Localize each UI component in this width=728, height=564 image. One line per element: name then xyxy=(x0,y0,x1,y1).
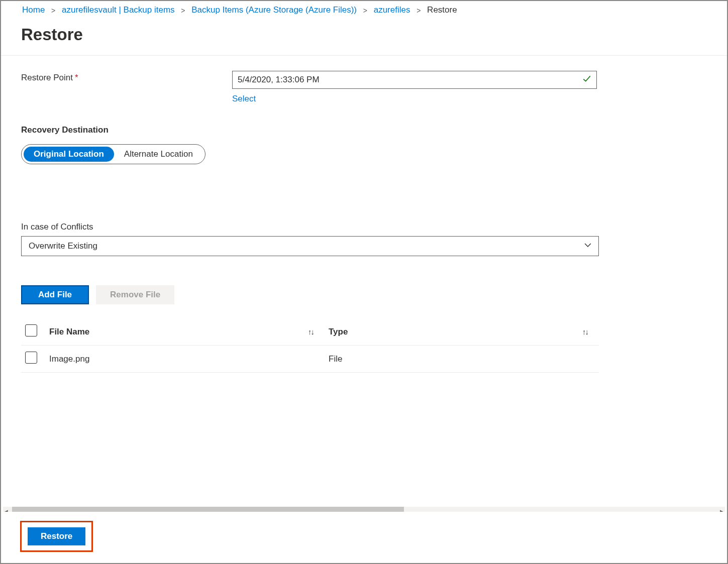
page-title: Restore xyxy=(21,25,707,44)
table-row: Image.png File xyxy=(21,346,599,373)
sort-icon: ↑↓ xyxy=(582,327,588,336)
conflicts-value: Overwrite Existing xyxy=(29,241,97,251)
select-all-checkbox[interactable] xyxy=(25,324,37,336)
row-checkbox-cell xyxy=(25,352,49,366)
page-title-bar: Restore xyxy=(1,19,727,56)
header-type-label: Type xyxy=(329,327,348,337)
row-checkbox[interactable] xyxy=(25,352,37,364)
breadcrumb-backup-items[interactable]: Backup Items (Azure Storage (Azure Files… xyxy=(191,5,357,15)
add-file-button[interactable]: Add File xyxy=(21,285,89,304)
chevron-right-icon: > xyxy=(363,7,367,15)
select-restore-point-link[interactable]: Select xyxy=(232,94,256,104)
breadcrumb-current: Restore xyxy=(427,5,457,15)
pill-original-location[interactable]: Original Location xyxy=(24,147,114,162)
row-filename: Image.png xyxy=(49,354,329,364)
recovery-destination-heading: Recovery Destination xyxy=(21,125,707,135)
header-filename[interactable]: File Name ↑↓ xyxy=(49,327,329,337)
restore-button[interactable]: Restore xyxy=(28,527,85,545)
files-table: File Name ↑↓ Type ↑↓ Image.png File xyxy=(21,318,599,373)
conflicts-label: In case of Conflicts xyxy=(21,222,707,232)
row-type: File xyxy=(329,354,595,364)
recovery-destination-toggle: Original Location Alternate Location xyxy=(21,144,205,164)
required-asterisk: * xyxy=(75,73,78,82)
header-filename-label: File Name xyxy=(49,327,89,337)
breadcrumb-vault[interactable]: azurefilesvault | Backup items xyxy=(62,5,175,15)
restore-point-label-text: Restore Point xyxy=(21,73,73,82)
restore-point-label: Restore Point* xyxy=(21,71,232,83)
row-type-text: File xyxy=(329,354,342,364)
table-header: File Name ↑↓ Type ↑↓ xyxy=(21,318,599,346)
restore-highlight-box: Restore xyxy=(20,521,93,552)
chevron-right-icon: > xyxy=(417,7,421,15)
restore-point-value: 5/4/2020, 1:33:06 PM xyxy=(238,75,320,85)
breadcrumb: Home > azurefilesvault | Backup items > … xyxy=(1,1,727,19)
header-checkbox-cell xyxy=(25,324,49,339)
row-filename-text: Image.png xyxy=(49,354,89,364)
remove-file-button: Remove File xyxy=(96,285,174,304)
chevron-right-icon: > xyxy=(181,7,185,15)
restore-point-input[interactable]: 5/4/2020, 1:33:06 PM xyxy=(232,71,597,89)
breadcrumb-home[interactable]: Home xyxy=(22,5,45,15)
header-type[interactable]: Type ↑↓ xyxy=(329,327,595,337)
restore-point-row: Restore Point* 5/4/2020, 1:33:06 PM xyxy=(21,71,707,89)
footer: Restore xyxy=(1,512,727,563)
checkmark-icon xyxy=(582,74,591,86)
conflicts-dropdown[interactable]: Overwrite Existing xyxy=(21,236,599,256)
breadcrumb-azurefiles[interactable]: azurefiles xyxy=(374,5,410,15)
content-area: Restore Point* 5/4/2020, 1:33:06 PM Sele… xyxy=(1,56,727,373)
chevron-down-icon xyxy=(584,241,591,251)
chevron-right-icon: > xyxy=(51,7,55,15)
pill-alternate-location[interactable]: Alternate Location xyxy=(114,147,203,162)
sort-icon: ↑↓ xyxy=(308,327,314,336)
file-button-row: Add File Remove File xyxy=(21,285,707,304)
